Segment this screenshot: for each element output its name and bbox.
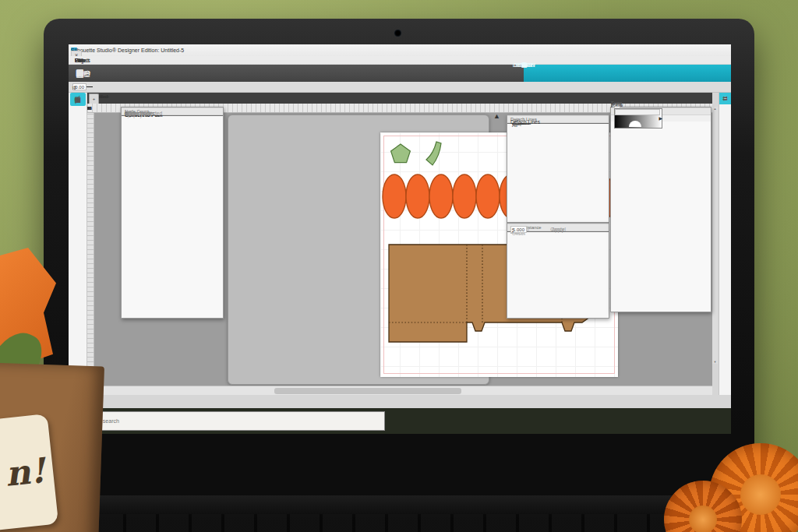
new-tab-button[interactable]: + xyxy=(89,93,99,104)
menu-help[interactable]: Help xyxy=(75,58,85,63)
offset-panel: OFFSET Offset Offset Internal Offset Off… xyxy=(507,223,609,319)
ruler-label: 15 xyxy=(87,104,92,113)
point-editing-panel: POINT EDITING Selected Point ✕Delete Poi… xyxy=(121,107,224,319)
horizontal-scrollbar[interactable] xyxy=(87,386,712,395)
left-tool-strip: ↖∿⇱╱◇✏A▤◪✄✑ xyxy=(69,93,87,395)
vertical-ruler xyxy=(87,113,94,395)
window-title: Silhouette Studio® Designer Edition: Unt… xyxy=(71,48,184,53)
pumpkin-leaf-shape[interactable] xyxy=(391,144,411,163)
label-text: n! xyxy=(3,449,47,493)
keyboard-keys xyxy=(94,514,709,532)
layers-tool[interactable]: ≣ xyxy=(719,93,731,104)
dropper-tool[interactable]: ✑ xyxy=(70,93,86,106)
laptop-screen: Silhouette Studio® Designer Edition: Unt… xyxy=(69,44,731,434)
fit-to-window-icon[interactable]: ⊞ xyxy=(72,69,88,79)
scene: Silhouette Studio® Designer Edition: Unt… xyxy=(0,0,798,532)
nav-bar: ▦DESIGN◕STORE▤LIBRARY☎SEND xyxy=(524,65,731,82)
cutting-mat[interactable] xyxy=(228,115,489,385)
line-weight-unit: pt xyxy=(72,85,76,90)
mat-arrow-icon xyxy=(493,112,500,120)
windows-taskbar: S○▦e✉▣▱◉▦W◎◗✶ 80°F Sunny ∧☁♪⇅⚐ 12:05 PM … xyxy=(69,408,731,434)
right-tool-strip: ▥▦◫❖≡■◐A↔✂❏★⇄∷≣ xyxy=(719,93,731,395)
apply-button[interactable]: Apply xyxy=(552,227,564,232)
nav-label: SEND xyxy=(517,62,532,68)
bezier-nodes-item[interactable]: ∫Bezier nodes0 xyxy=(122,107,223,119)
scrollbar-thumb[interactable] xyxy=(274,388,461,394)
modify-panel: MODIFY Modify ❏Weld❐Subtract❒Subtract Al… xyxy=(507,115,609,223)
webcam xyxy=(394,30,401,37)
menu-bar: FileEditViewPanelsObjectHelp xyxy=(69,56,731,65)
taskbar-search[interactable] xyxy=(69,411,385,431)
panel-scrollbar[interactable] xyxy=(712,107,718,364)
detach-lines-button[interactable]: Detach Lines xyxy=(507,115,609,128)
page-setup-panel: PAGE SETUP Options Show Grid Snap to Gri… xyxy=(610,107,711,312)
app-titlebar: Silhouette Studio® Designer Edition: Unt… xyxy=(69,44,731,56)
pumpkin-stem-shape[interactable] xyxy=(426,142,441,165)
hex-input xyxy=(615,109,660,115)
count-value: 0 xyxy=(125,111,129,116)
format-bar: ▾ ▾ ▾ 0.00 pt xyxy=(69,82,731,93)
